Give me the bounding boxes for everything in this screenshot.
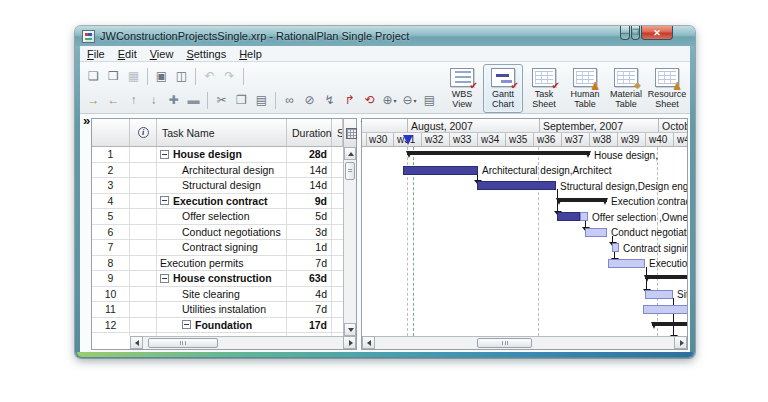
- toolbar-overflow-chevron[interactable]: »: [83, 114, 90, 128]
- material-table-button[interactable]: MaterialTable: [606, 64, 646, 113]
- week-label: w39: [618, 133, 646, 147]
- gantt-bar-light[interactable]: [580, 212, 588, 221]
- table-row[interactable]: 4Execution contract9d: [92, 194, 343, 210]
- scroll-up-arrow[interactable]: [344, 147, 356, 160]
- gantt-bar-dark[interactable]: [477, 181, 556, 190]
- task-name-text: House design: [173, 148, 242, 160]
- menu-settings[interactable]: Settings: [186, 48, 226, 60]
- gantt-bar-dark[interactable]: [403, 166, 478, 175]
- gantt-horizontal-scrollbar[interactable]: [362, 336, 687, 349]
- gantt-bar-summary[interactable]: [557, 198, 607, 202]
- outdent-task-icon[interactable]: ←: [104, 90, 123, 111]
- unlink-tasks-icon[interactable]: ⊘: [300, 90, 319, 111]
- copy-icon[interactable]: ❐: [232, 90, 251, 111]
- table-row[interactable]: 5Offer selection5d: [92, 209, 343, 225]
- zoom-in-icon[interactable]: ⊕▾: [380, 90, 399, 111]
- scroll-right-arrow[interactable]: [343, 336, 356, 349]
- scroll-right-arrow[interactable]: [674, 336, 687, 349]
- task-notes-icon[interactable]: ▤: [420, 90, 439, 111]
- table-row[interactable]: 8Execution permits7d: [92, 256, 343, 272]
- table-row[interactable]: 11Utilities instalation7d: [92, 302, 343, 318]
- row-info-cell: [130, 163, 157, 178]
- maximize-button[interactable]: ❐: [631, 26, 640, 40]
- gantt-bar-light[interactable]: [608, 259, 645, 268]
- paste-icon[interactable]: ▤: [252, 90, 271, 111]
- menu-edit[interactable]: Edit: [118, 48, 137, 60]
- table-row[interactable]: 1House design28d: [92, 147, 343, 163]
- table-row[interactable]: 6Conduct negotiations3d: [92, 225, 343, 241]
- gantt-chart-button[interactable]: GanttChart: [483, 64, 523, 113]
- gantt-bar-summary[interactable]: [652, 322, 687, 326]
- row-number: 3: [92, 178, 130, 193]
- table-vertical-scrollbar[interactable]: [343, 147, 356, 336]
- toolbar-separator: [275, 92, 276, 109]
- go-to-task-icon[interactable]: ↱: [340, 90, 359, 111]
- horizontal-scroll-thumb[interactable]: [477, 338, 532, 348]
- gantt-bar-label: Architectural design,Architect: [482, 165, 612, 176]
- remove-task-icon[interactable]: ▬: [184, 90, 203, 111]
- scroll-left-arrow[interactable]: [362, 336, 375, 349]
- open-project-icon[interactable]: ❒: [104, 66, 123, 87]
- menu-view[interactable]: View: [150, 48, 174, 60]
- gantt-bar-light[interactable]: [612, 243, 619, 252]
- gantt-bar-light[interactable]: [643, 305, 687, 314]
- task-name-text: House construction: [173, 272, 272, 284]
- table-row[interactable]: 2Architectural design14d: [92, 163, 343, 179]
- print-icon[interactable]: ▣: [152, 66, 171, 87]
- column-picker-button[interactable]: [343, 119, 356, 147]
- task-name-cell: Execution contract: [157, 194, 287, 209]
- titlebar[interactable]: JWConstructionProjectsSingle.xrp - Ratio…: [75, 26, 695, 46]
- gantt-bar-summary[interactable]: [645, 275, 687, 279]
- assign-resources-icon[interactable]: ↯: [320, 90, 339, 111]
- move-task-down-icon[interactable]: ↓: [144, 90, 163, 111]
- table-horizontal-scrollbar[interactable]: [130, 336, 356, 349]
- column-header-task-name[interactable]: Task Name: [157, 119, 287, 146]
- scroll-down-arrow[interactable]: [344, 323, 356, 336]
- cut-icon[interactable]: ✂: [212, 90, 231, 111]
- dropdown-caret-icon[interactable]: ▾: [414, 97, 417, 104]
- collapse-toggle-icon[interactable]: [160, 196, 169, 205]
- window-title: JWConstructionProjectsSingle.xrp - Ratio…: [100, 30, 409, 42]
- gantt-bar-dark[interactable]: [557, 212, 580, 221]
- dropdown-caret-icon[interactable]: ▾: [394, 97, 397, 104]
- row-info-cell: [130, 318, 157, 333]
- gantt-bar-light[interactable]: [585, 228, 607, 237]
- new-project-icon[interactable]: ❏: [84, 66, 103, 87]
- scroll-left-arrow[interactable]: [130, 336, 143, 349]
- column-header-number[interactable]: [92, 119, 130, 146]
- collapse-toggle-icon[interactable]: [160, 274, 169, 283]
- move-task-up-icon[interactable]: ↑: [124, 90, 143, 111]
- column-header-start[interactable]: Sta: [332, 119, 343, 146]
- gantt-chart-area[interactable]: House design,Architectural design,Archit…: [362, 147, 687, 336]
- gantt-gridline: [413, 147, 414, 336]
- indent-task-icon[interactable]: →: [84, 90, 103, 111]
- horizontal-scroll-thumb[interactable]: [148, 338, 218, 348]
- table-row[interactable]: 10Site clearing4d: [92, 287, 343, 303]
- task-sheet-button[interactable]: TaskSheet: [524, 64, 564, 113]
- link-tasks-icon[interactable]: ∞: [280, 90, 299, 111]
- zoom-out-icon[interactable]: ⊖▾: [400, 90, 419, 111]
- column-header-info[interactable]: i: [130, 119, 157, 146]
- resource-sheet-button[interactable]: ResourceSheet: [647, 64, 687, 113]
- collapse-toggle-icon[interactable]: [160, 150, 169, 159]
- wbs-view-button[interactable]: WBSView: [442, 64, 482, 113]
- start-cell: [332, 302, 343, 317]
- minimize-button[interactable]: —: [620, 26, 630, 40]
- column-header-duration[interactable]: Duration: [287, 119, 332, 146]
- row-info-cell: [130, 225, 157, 240]
- vertical-scroll-thumb[interactable]: [345, 162, 355, 180]
- table-row[interactable]: 12Foundation17d: [92, 318, 343, 334]
- scroll-to-task-icon[interactable]: ⟲: [360, 90, 379, 111]
- gantt-bar-light[interactable]: [645, 290, 673, 299]
- collapse-toggle-icon[interactable]: [182, 320, 191, 329]
- menu-help[interactable]: Help: [239, 48, 262, 60]
- print-preview-icon[interactable]: ◫: [172, 66, 191, 87]
- close-button[interactable]: ✕: [641, 26, 673, 40]
- human-table-button[interactable]: HumanTable: [565, 64, 605, 113]
- table-row[interactable]: 3Structural design14d: [92, 178, 343, 194]
- gantt-bar-summary[interactable]: [407, 151, 590, 155]
- table-row[interactable]: 9House construction63d: [92, 271, 343, 287]
- table-row[interactable]: 7Contract signing1d: [92, 240, 343, 256]
- add-task-icon[interactable]: ✚: [164, 90, 183, 111]
- menu-file[interactable]: File: [87, 48, 105, 60]
